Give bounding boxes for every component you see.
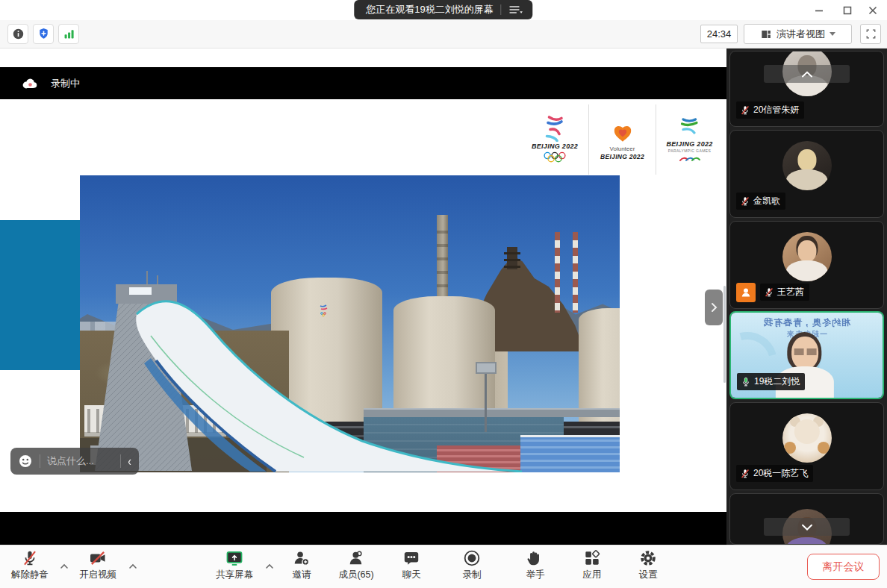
- mic-on-icon: [741, 377, 751, 387]
- chat-icon: [402, 548, 421, 568]
- invite-icon: [292, 548, 311, 568]
- meeting-app-window: 您正在观看19税二刘悦的屏幕: [0, 0, 887, 588]
- share-screen-icon: [225, 548, 244, 568]
- paralympic-wordmark: BEIJING 2022: [666, 140, 712, 148]
- participant-tile[interactable]: [729, 493, 884, 545]
- watching-screen-banner[interactable]: 您正在观看19税二刘悦的屏幕: [354, 0, 532, 19]
- settings-button[interactable]: 设置: [617, 548, 679, 581]
- participant-name: 20税一陈艺飞: [753, 467, 808, 480]
- recording-bar: 录制中: [0, 67, 726, 99]
- chat-button[interactable]: 聊天: [380, 548, 443, 581]
- divider: [40, 454, 40, 468]
- invite-label: 邀请: [293, 569, 311, 581]
- meeting-timer: 24:34: [700, 25, 738, 43]
- olympic-rings-icon: [534, 151, 576, 164]
- minimize-icon: [814, 5, 824, 16]
- share-screen-button[interactable]: 共享屏幕: [203, 548, 266, 581]
- avatar: [782, 232, 832, 281]
- quick-chat-bar: 说点什么... ‹: [10, 448, 139, 475]
- chevron-up-icon: [801, 71, 813, 78]
- fullscreen-button[interactable]: [860, 24, 881, 44]
- participant-tile[interactable]: 20信管朱妍: [729, 51, 884, 127]
- mic-muted-icon: [740, 196, 750, 207]
- participant-tile[interactable]: 金凯歌: [729, 130, 884, 218]
- participant-tile[interactable]: 20税一陈艺飞: [729, 402, 884, 490]
- agitos-icon: [677, 154, 703, 163]
- maximize-button[interactable]: [838, 1, 857, 19]
- ski-jump-ramp: [80, 175, 620, 472]
- volunteer-wordmark: BEIJING 2022: [600, 153, 644, 160]
- gear-icon: [638, 548, 658, 568]
- banner-menu-icon[interactable]: [509, 4, 524, 15]
- apps-label: 应用: [583, 569, 602, 581]
- mic-muted-icon: [740, 105, 750, 116]
- meeting-toolbar: 解除静音 开启视频 共享屏幕: [0, 545, 887, 588]
- unmute-label: 解除静音: [11, 569, 49, 581]
- shield-icon: [37, 27, 51, 41]
- participant-tile[interactable]: 王艺茜: [729, 221, 884, 309]
- share-screen-label: 共享屏幕: [216, 569, 253, 581]
- raise-hand-icon: [526, 548, 545, 568]
- raise-hand-button[interactable]: 举手: [504, 548, 567, 581]
- apps-button[interactable]: 应用: [561, 548, 623, 581]
- members-icon: [346, 548, 366, 568]
- network-quality-button[interactable]: [58, 24, 79, 44]
- chevron-right-icon: [711, 302, 718, 313]
- olympic-emblem-icon: [540, 115, 570, 142]
- chat-input-placeholder[interactable]: 说点什么...: [47, 454, 113, 468]
- video-options-chevron[interactable]: [127, 562, 139, 571]
- mic-muted-icon: [740, 469, 750, 479]
- chat-collapse-chevron[interactable]: ‹: [128, 454, 131, 469]
- slide-scrollbar[interactable]: [723, 286, 726, 383]
- members-button[interactable]: 成员(65): [325, 548, 388, 581]
- mic-muted-icon: [20, 548, 40, 568]
- scroll-down-button[interactable]: [764, 518, 850, 536]
- participant-nametag: 20信管朱妍: [736, 101, 804, 119]
- layout-icon: [760, 28, 772, 40]
- slide-blue-panel: [0, 220, 80, 370]
- invite-button[interactable]: 邀请: [270, 548, 333, 581]
- leave-meeting-button[interactable]: 离开会议: [807, 554, 880, 580]
- close-icon: [868, 5, 878, 16]
- participant-name: 20信管朱妍: [753, 104, 799, 116]
- raise-hand-label: 举手: [526, 569, 545, 581]
- unmute-button[interactable]: 解除静音: [0, 548, 61, 581]
- volunteer-line: Volunteer: [610, 146, 635, 152]
- chevron-down-icon: [830, 32, 835, 36]
- volunteer-logo: Volunteer BEIJING 2022: [588, 104, 656, 175]
- participant-name: 金凯歌: [753, 195, 780, 207]
- recording-status-label: 录制中: [51, 77, 80, 90]
- divider: [501, 4, 502, 15]
- meeting-info-button[interactable]: [7, 24, 28, 44]
- paralympic-subtitle: PARALYMPIC GAMES: [668, 148, 711, 153]
- minimize-button[interactable]: [809, 1, 829, 19]
- chevron-down-icon: [801, 524, 813, 531]
- watching-screen-title: 您正在观看19税二刘悦的屏幕: [366, 3, 493, 16]
- beijing2022-logos: BEIJING 2022 Volunteer BEIJING 2022: [521, 104, 724, 175]
- participant-name: 19税二刘悦: [754, 375, 800, 388]
- participant-nametag: 20税一陈艺飞: [736, 465, 813, 482]
- close-button[interactable]: [863, 1, 883, 19]
- paralympic-logo: BEIJING 2022 PARALYMPIC GAMES: [656, 104, 723, 175]
- participant-nametag: 王艺茜: [760, 284, 809, 301]
- paralympic-emblem-icon: [675, 117, 705, 140]
- titlebar: 您正在观看19税二刘悦的屏幕: [0, 0, 887, 20]
- record-button[interactable]: 录制: [441, 548, 503, 581]
- avatar: [782, 413, 832, 463]
- emoji-icon[interactable]: [18, 454, 33, 469]
- active-speaker-tile[interactable]: 相约冬奥，青春有我 一起向未来 19税二刘悦: [729, 311, 884, 399]
- mic-muted-icon: [764, 287, 774, 298]
- view-mode-dropdown[interactable]: 演讲者视图: [744, 24, 852, 44]
- person-icon: [740, 287, 752, 298]
- info-icon: [11, 27, 25, 41]
- start-video-button[interactable]: 开启视频: [66, 548, 129, 581]
- olympic-wordmark: BEIJING 2022: [532, 143, 578, 150]
- speaker-figure: [794, 348, 816, 355]
- maximize-icon: [842, 5, 853, 16]
- record-label: 录制: [463, 569, 482, 581]
- security-button[interactable]: [33, 24, 54, 44]
- sidebar-collapse-handle[interactable]: [705, 290, 723, 325]
- divider: [120, 454, 121, 468]
- chevron-up-icon: [128, 563, 137, 569]
- scroll-up-button[interactable]: [764, 65, 850, 83]
